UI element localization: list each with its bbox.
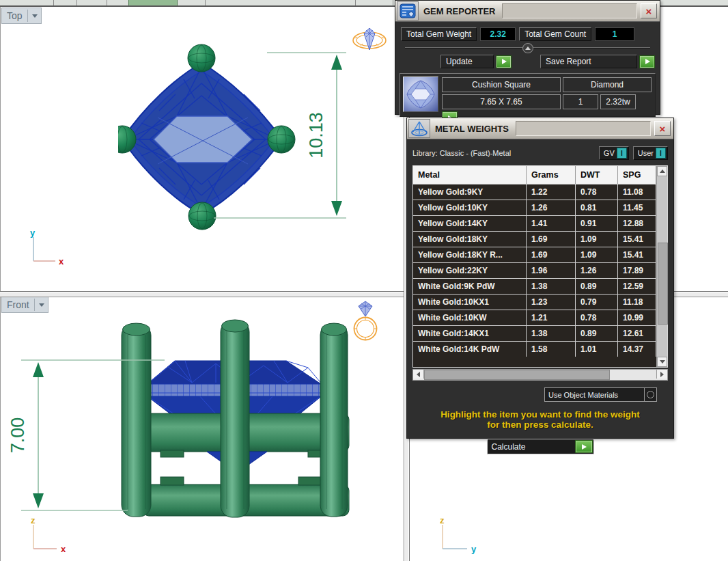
close-button[interactable]: × [641,3,657,18]
table-row[interactable]: Yellow Gold:18KY1.691.0915.41 [413,231,667,247]
table-row[interactable]: Yellow Gold:18KY R...1.691.0915.41 [413,247,667,262]
axis-label-x: x [59,256,64,266]
dimension-value: 7.00 [8,418,28,454]
total-gem-count-label: Total Gem Count [519,27,591,41]
table-row[interactable]: Yellow Gold:14KY1.410.9112.88 [413,215,667,231]
table-cell: 17.89 [618,263,656,278]
metal-weights-panel: METAL WEIGHTS × Library: Classic - (Fast… [406,118,674,439]
total-gem-weight-label: Total Gem Weight [401,27,477,41]
dimension-overlay-top: 10.13 y x [1,7,404,291]
save-report-go-button[interactable] [639,55,655,68]
table-cell: 0.79 [576,295,618,310]
scroll-left-button[interactable] [413,370,424,379]
table-cell: 14.37 [618,342,656,357]
close-icon: × [646,6,652,16]
gem-thumbnail[interactable] [403,77,438,112]
table-cell: White Gold:10KX1 [413,295,527,310]
viewport-title-front[interactable]: Front [1,297,48,313]
table-cell: White Gold:10KW [413,310,527,325]
viewport-top[interactable]: Top [0,7,404,291]
viewport-front[interactable]: Front [0,296,404,561]
table-cell: 1.58 [527,342,576,357]
table-row[interactable]: Yellow Gold:22KY1.961.2617.89 [413,262,667,278]
column-header: Grams [527,166,576,184]
table-cell: 1.38 [527,326,576,341]
gem-count-cell: 1 [563,94,598,109]
titlebar-groove [516,121,651,136]
toggle-indicator-icon: I [617,148,627,159]
library-row: Library: Classic - (Fast)-Metal GV I Use… [412,146,668,160]
metal-table-rows: Yellow Gold:9KY1.220.7811.08Yellow Gold:… [413,184,667,357]
table-row[interactable]: White Gold:10KX11.230.7911.18 [413,294,667,310]
total-gem-weight-value: 2.32 [480,27,516,41]
gem-totals-row: Total Gem Weight 2.32 Total Gem Count 1 [401,27,656,41]
metal-weights-titlebar[interactable]: METAL WEIGHTS × [407,118,673,139]
gem-top-view-render [118,36,301,234]
save-report-button[interactable]: Save Report [540,55,637,68]
table-cell: 11.08 [618,184,656,200]
axis-label-z: z [31,515,36,525]
close-button[interactable]: × [654,121,671,136]
table-cell: 1.96 [527,263,576,278]
gem-row[interactable]: Cushion Square Diamond 7.65 X 7.65 1 2.3… [400,73,656,117]
table-row[interactable]: Yellow Gold:10KY1.260.8111.45 [413,200,667,215]
vertical-scrollbar[interactable] [656,166,667,367]
active-tab-sliver[interactable] [128,0,178,5]
table-cell: 11.18 [618,295,656,310]
table-cell: 12.88 [618,216,656,231]
table-row[interactable]: White Gold:14K PdW1.581.0114.37 [413,341,667,357]
table-row[interactable]: White Gold:14KX11.380.8912.61 [413,325,667,341]
scrollbar-thumb[interactable] [658,243,668,325]
axis-label-z: z [440,515,445,525]
scroll-down-button[interactable] [657,357,667,367]
gem-reporter-titlebar[interactable]: GEM REPORTER × [395,1,660,22]
table-cell: 0.78 [576,184,618,200]
update-go-button[interactable] [496,55,512,68]
collapse-button[interactable] [522,43,533,53]
table-cell: 1.22 [527,184,576,200]
column-header: DWT [576,166,618,184]
table-row[interactable]: White Gold:9K PdW1.380.8912.59 [413,278,667,294]
play-icon [502,59,507,64]
axis-label-y: y [30,228,36,238]
gv-toggle-button[interactable]: GV I [599,146,629,160]
scroll-right-button[interactable] [656,370,667,379]
axis-label-x: x [61,544,66,554]
scrollbar-thumb[interactable] [424,370,610,380]
chevron-down-icon [32,14,38,18]
table-cell: 1.41 [527,216,576,231]
metal-table: Metal Grams DWT SPG Yellow Gold:9KY1.220… [412,165,668,368]
scroll-up-button[interactable] [657,166,667,176]
gem-reporter-buttons: Update Save Report [440,55,660,68]
use-object-materials-label: Use Object Materials [548,391,618,399]
table-cell: 1.26 [527,200,576,215]
table-cell: 0.91 [576,216,618,231]
column-header: Metal [413,166,527,184]
metal-weights-icon [408,119,430,138]
panel-title: GEM REPORTER [419,6,502,16]
divider [27,10,28,22]
table-cell: 11.45 [618,200,656,215]
calculate-go-button[interactable] [575,440,593,453]
total-gem-count-value: 1 [595,27,634,41]
table-cell: Yellow Gold:14KY [413,216,527,231]
chevron-up-icon [525,46,531,50]
ring-orientation-icon [351,25,388,53]
horizontal-scrollbar[interactable] [412,369,668,381]
table-cell: 0.89 [576,326,618,341]
viewport-label: Front [7,299,29,310]
table-cell: 1.23 [527,295,576,310]
arrow-down-icon [660,360,665,364]
panel-divider [405,43,650,52]
user-toggle-button[interactable]: User I [633,146,668,160]
use-object-materials-toggle[interactable]: Use Object Materials [544,387,657,402]
app-window: Top [0,0,728,561]
table-row[interactable]: White Gold:10KW1.210.7810.99 [413,310,667,325]
update-button[interactable]: Update [440,55,494,68]
calculate-button[interactable]: Calculate [487,439,594,454]
table-row[interactable]: Yellow Gold:9KY1.220.7811.08 [413,184,667,200]
viewport-title-top[interactable]: Top [1,8,42,24]
table-cell: Yellow Gold:18KY [413,232,527,247]
table-cell: 1.69 [527,247,576,262]
play-icon [582,444,587,450]
